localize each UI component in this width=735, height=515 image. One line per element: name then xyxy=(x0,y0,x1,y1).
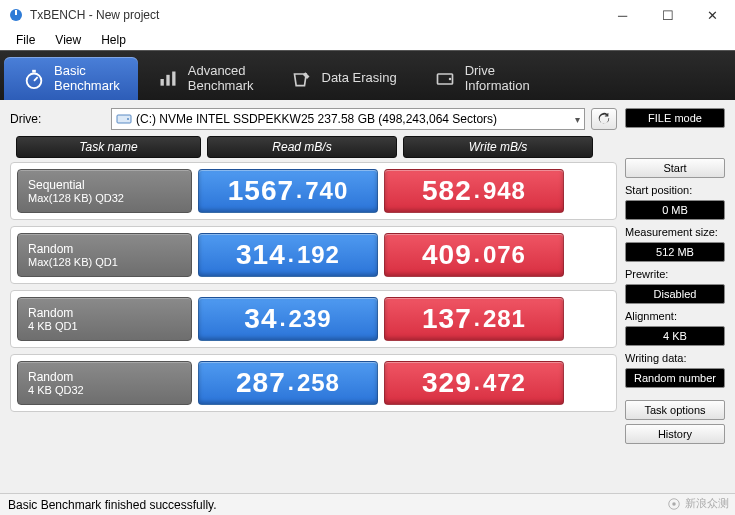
task-line2: Max(128 KB) QD32 xyxy=(28,192,181,204)
read-value: 34.239 xyxy=(198,297,378,341)
side-panel: FILE mode Start Start position: 0 MB Mea… xyxy=(625,108,725,489)
svg-rect-7 xyxy=(172,71,175,85)
menu-help[interactable]: Help xyxy=(93,31,134,49)
tab-drive-information[interactable]: DriveInformation xyxy=(415,57,548,100)
chevron-down-icon: ▾ xyxy=(575,114,580,125)
table-row: SequentialMax(128 KB) QD321567.740582.94… xyxy=(10,162,617,220)
task-line1: Sequential xyxy=(28,178,181,192)
task-line1: Random xyxy=(28,242,181,256)
table-row: Random4 KB QD32287.258329.472 xyxy=(10,354,617,412)
prewrite-value[interactable]: Disabled xyxy=(625,284,725,304)
measurement-size-label: Measurement size: xyxy=(625,226,725,238)
task-options-button[interactable]: Task options xyxy=(625,400,725,420)
task-line2: 4 KB QD32 xyxy=(28,384,181,396)
writing-data-label: Writing data: xyxy=(625,352,725,364)
file-mode-button[interactable]: FILE mode xyxy=(625,108,725,128)
minimize-button[interactable]: ─ xyxy=(600,0,645,30)
svg-line-4 xyxy=(34,77,38,81)
task-cell: Random4 KB QD1 xyxy=(17,297,192,341)
task-line1: Random xyxy=(28,370,181,384)
header-write: Write mB/s xyxy=(403,136,593,158)
tab-strip: BasicBenchmark AdvancedBenchmark Data Er… xyxy=(0,50,735,100)
table-row: Random4 KB QD134.239137.281 xyxy=(10,290,617,348)
svg-rect-6 xyxy=(166,74,169,85)
prewrite-label: Prewrite: xyxy=(625,268,725,280)
alignment-value[interactable]: 4 KB xyxy=(625,326,725,346)
svg-point-9 xyxy=(448,77,451,80)
start-position-label: Start position: xyxy=(625,184,725,196)
erase-icon xyxy=(290,67,314,91)
header-task: Task name xyxy=(16,136,201,158)
history-button[interactable]: History xyxy=(625,424,725,444)
svg-point-11 xyxy=(127,118,129,120)
status-text: Basic Benchmark finished successfully. xyxy=(8,498,217,512)
drive-selected-text: (C:) NVMe INTEL SSDPEKKW25 237.58 GB (49… xyxy=(136,112,497,126)
write-value: 137.281 xyxy=(384,297,564,341)
start-button[interactable]: Start xyxy=(625,158,725,178)
read-value: 314.192 xyxy=(198,233,378,277)
menu-file[interactable]: File xyxy=(8,31,43,49)
title-bar: TxBENCH - New project ─ ☐ ✕ xyxy=(0,0,735,30)
app-icon xyxy=(8,7,24,23)
task-line2: 4 KB QD1 xyxy=(28,320,181,332)
status-bar: Basic Benchmark finished successfully. xyxy=(0,493,735,515)
refresh-icon xyxy=(597,112,611,126)
write-value: 409.076 xyxy=(384,233,564,277)
write-value: 329.472 xyxy=(384,361,564,405)
tab-label: DriveInformation xyxy=(465,64,530,94)
tab-data-erasing[interactable]: Data Erasing xyxy=(272,57,415,100)
table-row: RandomMax(128 KB) QD1314.192409.076 xyxy=(10,226,617,284)
read-value: 1567.740 xyxy=(198,169,378,213)
drive-row: Drive: (C:) NVMe INTEL SSDPEKKW25 237.58… xyxy=(10,108,617,130)
start-position-value[interactable]: 0 MB xyxy=(625,200,725,220)
svg-point-13 xyxy=(672,502,676,506)
task-cell: SequentialMax(128 KB) QD32 xyxy=(17,169,192,213)
svg-rect-1 xyxy=(15,10,17,15)
tab-basic-benchmark[interactable]: BasicBenchmark xyxy=(4,57,138,100)
header-read: Read mB/s xyxy=(207,136,397,158)
task-line1: Random xyxy=(28,306,181,320)
measurement-size-value[interactable]: 512 MB xyxy=(625,242,725,262)
svg-rect-3 xyxy=(32,69,36,72)
menu-view[interactable]: View xyxy=(47,31,89,49)
watermark: 新浪众测 xyxy=(667,496,729,511)
alignment-label: Alignment: xyxy=(625,310,725,322)
bars-icon xyxy=(156,67,180,91)
content-area: Drive: (C:) NVMe INTEL SSDPEKKW25 237.58… xyxy=(0,100,735,493)
tab-label: BasicBenchmark xyxy=(54,64,120,94)
menu-bar: File View Help xyxy=(0,30,735,50)
read-value: 287.258 xyxy=(198,361,378,405)
task-cell: RandomMax(128 KB) QD1 xyxy=(17,233,192,277)
stopwatch-icon xyxy=(22,67,46,91)
tab-label: AdvancedBenchmark xyxy=(188,64,254,94)
table-header: Task name Read mB/s Write mB/s xyxy=(16,136,617,158)
window-title: TxBENCH - New project xyxy=(30,8,600,22)
drive-select[interactable]: (C:) NVMe INTEL SSDPEKKW25 237.58 GB (49… xyxy=(111,108,585,130)
task-line2: Max(128 KB) QD1 xyxy=(28,256,181,268)
write-value: 582.948 xyxy=(384,169,564,213)
close-button[interactable]: ✕ xyxy=(690,0,735,30)
results-list: SequentialMax(128 KB) QD321567.740582.94… xyxy=(10,162,617,418)
writing-data-value[interactable]: Random number xyxy=(625,368,725,388)
drive-label: Drive: xyxy=(10,112,105,126)
refresh-button[interactable] xyxy=(591,108,617,130)
task-cell: Random4 KB QD32 xyxy=(17,361,192,405)
drive-icon xyxy=(433,67,457,91)
tab-advanced-benchmark[interactable]: AdvancedBenchmark xyxy=(138,57,272,100)
maximize-button[interactable]: ☐ xyxy=(645,0,690,30)
svg-rect-5 xyxy=(160,79,163,86)
disk-icon xyxy=(116,111,132,127)
tab-label: Data Erasing xyxy=(322,71,397,86)
